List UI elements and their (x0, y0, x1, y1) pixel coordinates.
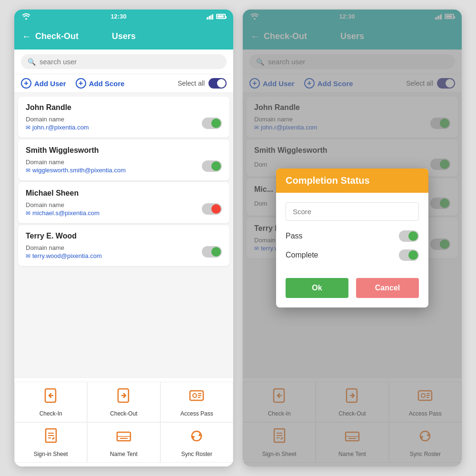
left-phone: 12:30 ← Check-Out Users 🔍 + Add User (14, 10, 233, 466)
signinsheet-label-left: Sign-in Sheet (34, 451, 68, 457)
user-list-left: John Randle Domain name ✉ john.r@pixenti… (14, 93, 233, 377)
completion-status-modal: Completion Status Pass Complete Ok Cance… (276, 169, 428, 307)
user-email-2-left: ✉ wigglesworth.smith@pixentia.com (26, 167, 202, 174)
complete-label: Complete (286, 251, 318, 259)
syncroster-icon-left (188, 427, 205, 448)
page-title-left: Users (112, 31, 136, 41)
pass-label: Pass (286, 232, 303, 240)
app-header-left: ← Check-Out Users (14, 23, 233, 50)
email-icon-4-left: ✉ (26, 253, 30, 259)
accesspass-label-left: Access Pass (180, 410, 213, 417)
user-name-3-left: Michael Sheen (26, 189, 222, 198)
checkin-label-left: Check-In (40, 410, 62, 417)
email-text-3-left: michael.s@pixentia.com (32, 209, 99, 217)
bottom-nav-left: Check-In Check-Out Access P (14, 377, 233, 466)
complete-toggle[interactable] (399, 249, 419, 261)
svg-point-0 (25, 18, 27, 20)
user-domain-2-left: Domain name (26, 159, 202, 166)
user-domain-3-left: Domain name (26, 201, 202, 208)
syncroster-label-left: Sync Roster (181, 451, 212, 457)
score-input[interactable] (286, 202, 419, 221)
cancel-button[interactable]: Cancel (356, 278, 419, 298)
checkin-icon-left (42, 387, 60, 407)
email-text-2-left: wigglesworth.smith@pixentia.com (32, 167, 126, 174)
select-all-label-left: Select all (178, 79, 205, 87)
modal-header: Completion Status (276, 169, 428, 193)
add-score-button-left[interactable]: + Add Score (76, 78, 125, 89)
svg-marker-1 (211, 14, 213, 20)
email-icon-2-left: ✉ (26, 167, 30, 174)
svg-point-7 (193, 394, 197, 397)
add-user-button-left[interactable]: + Add User (21, 78, 66, 89)
user-toggle-3-left[interactable] (202, 203, 222, 215)
user-info-3-left: Domain name ✉ michael.s@pixentia.com (26, 201, 202, 217)
user-info-1-left: Domain name ✉ john.r@pixentia.com (26, 116, 202, 131)
modal-body: Pass Complete (276, 193, 428, 278)
email-icon-3-left: ✉ (26, 210, 30, 217)
select-all-toggle-left[interactable] (208, 78, 227, 89)
add-score-label-left: Add Score (89, 79, 125, 88)
email-icon-1-left: ✉ (26, 124, 30, 131)
user-toggle-4-left[interactable] (202, 246, 222, 258)
modal-title: Completion Status (286, 175, 419, 186)
add-user-icon-left: + (21, 78, 31, 89)
user-name-4-left: Terry E. Wood (26, 232, 222, 240)
nav-signinsheet-left[interactable]: Sign-in Sheet (14, 422, 87, 463)
status-bar-time-left: 12:30 (110, 13, 126, 20)
user-email-3-left: ✉ michael.s@pixentia.com (26, 209, 202, 217)
email-text-1-left: john.r@pixentia.com (32, 124, 89, 131)
modal-actions: Ok Cancel (276, 278, 428, 307)
user-card-2-left: Smith Wigglesworth Domain name ✉ wiggles… (18, 139, 229, 180)
nav-checkout-left[interactable]: Check-Out (87, 382, 160, 422)
user-name-2-left: Smith Wigglesworth (26, 146, 222, 155)
user-row-3-left: Domain name ✉ michael.s@pixentia.com (26, 201, 222, 217)
nav-accesspass-left[interactable]: Access Pass (160, 382, 233, 422)
signinsheet-icon-left (42, 427, 60, 448)
user-toggle-2-left[interactable] (202, 160, 222, 172)
nametent-label-left: Name Tent (110, 451, 138, 457)
svg-marker-2 (209, 15, 211, 20)
add-score-icon-left: + (76, 78, 86, 89)
nav-checkin-left[interactable]: Check-In (14, 382, 87, 422)
right-phone: 12:30 ← Check-Out Users 🔍 + Add User (243, 10, 462, 466)
user-domain-1-left: Domain name (26, 116, 202, 123)
user-row-2-left: Domain name ✉ wigglesworth.smith@pixenti… (26, 159, 222, 174)
search-icon-left: 🔍 (28, 58, 36, 66)
search-bar-left[interactable]: 🔍 (21, 54, 227, 69)
app-header-inner-left: ← Check-Out Users (22, 31, 226, 42)
checkout-label-left: Check-Out (110, 410, 137, 417)
status-bar-wifi (22, 13, 30, 20)
nav-nametent-left[interactable]: Name Tent (87, 422, 160, 463)
user-domain-4-left: Domain name (26, 244, 202, 251)
checkout-icon-left (115, 387, 132, 407)
action-bar-left: + Add User + Add Score Select all (14, 74, 233, 93)
search-container-left: 🔍 (14, 50, 233, 74)
user-card-3-left: Michael Sheen Domain name ✉ michael.s@pi… (18, 182, 229, 223)
user-card-4-left: Terry E. Wood Domain name ✉ terry.wood@p… (18, 225, 229, 266)
search-input-left[interactable] (40, 58, 220, 66)
user-email-1-left: ✉ john.r@pixentia.com (26, 124, 202, 131)
ok-button[interactable]: Ok (286, 278, 348, 298)
email-text-4-left: terry.wood@pixentia.com (32, 252, 102, 259)
user-row-1-left: Domain name ✉ john.r@pixentia.com (26, 116, 222, 131)
nametent-icon-left (115, 427, 132, 448)
svg-marker-3 (207, 17, 208, 20)
accesspass-icon-left (188, 387, 205, 407)
user-info-2-left: Domain name ✉ wigglesworth.smith@pixenti… (26, 159, 202, 174)
battery-icon-left (216, 14, 226, 19)
user-name-1-left: John Randle (26, 103, 222, 112)
user-info-4-left: Domain name ✉ terry.wood@pixentia.com (26, 244, 202, 259)
user-card-1-left: John Randle Domain name ✉ john.r@pixenti… (18, 97, 229, 138)
user-row-4-left: Domain name ✉ terry.wood@pixentia.com (26, 244, 222, 259)
modal-overlay: Completion Status Pass Complete Ok Cance… (243, 10, 462, 466)
user-email-4-left: ✉ terry.wood@pixentia.com (26, 252, 202, 259)
add-user-label-left: Add User (34, 79, 66, 88)
back-button-left[interactable]: ← (22, 31, 31, 42)
complete-row: Complete (286, 249, 419, 261)
status-bar-right-icons (207, 13, 226, 20)
pass-toggle[interactable] (399, 230, 419, 242)
pass-row: Pass (286, 230, 419, 242)
status-bar-left: 12:30 (14, 10, 233, 23)
user-toggle-1-left[interactable] (202, 118, 222, 129)
nav-syncroster-left[interactable]: Sync Roster (160, 422, 233, 463)
